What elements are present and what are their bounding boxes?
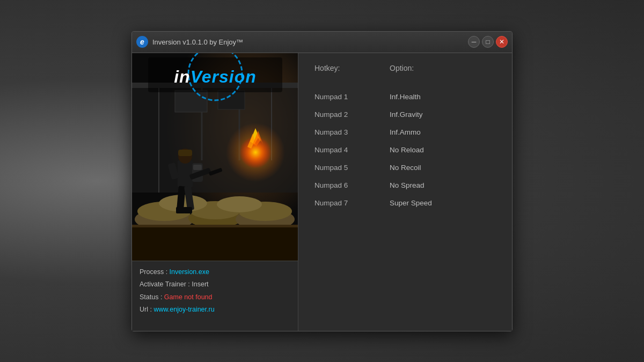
hotkey-row: Numpad 2Inf.Gravity: [314, 110, 496, 119]
svg-rect-18: [132, 225, 298, 227]
hotkey-key: Numpad 4: [314, 146, 390, 154]
hotkey-option: Inf.Health: [390, 93, 421, 101]
col-hotkey-header: Hotkey:: [314, 64, 390, 72]
hotkeys-header: Hotkey: Option:: [314, 64, 496, 77]
window-controls: ─ □ ✕: [468, 36, 508, 48]
hotkeys-list: Numpad 1Inf.HealthNumpad 2Inf.GravityNum…: [314, 93, 496, 207]
close-button[interactable]: ✕: [496, 36, 508, 48]
hotkey-key: Numpad 3: [314, 128, 390, 136]
window-content: inVersion Process : Inversion.exe Activa…: [132, 53, 512, 331]
hotkey-row: Numpad 4No Reload: [314, 146, 496, 154]
titlebar: e Inversion v1.0.1.0 by Enjoy™ ─ □ ✕: [132, 32, 512, 53]
hotkey-key: Numpad 2: [314, 110, 390, 119]
hotkey-option: No Recoil: [390, 164, 421, 172]
svg-rect-34: [176, 207, 185, 213]
game-image-inner: inVersion: [132, 53, 298, 261]
hotkey-key: Numpad 7: [314, 199, 390, 207]
activate-value: Insert: [192, 280, 208, 288]
hotkey-row: Numpad 7Super Speed: [314, 199, 496, 207]
hotkey-option: Inf.Gravity: [390, 110, 423, 119]
right-panel: Hotkey: Option: Numpad 1Inf.HealthNumpad…: [298, 53, 512, 331]
hotkey-option: Inf.Ammo: [390, 128, 421, 136]
minimize-button[interactable]: ─: [468, 36, 480, 48]
status-row: Status : Game not found: [140, 293, 290, 302]
hotkey-row: Numpad 1Inf.Health: [314, 93, 496, 101]
hotkey-option: No Reload: [390, 146, 424, 154]
process-row: Process : Inversion.exe: [140, 268, 290, 277]
maximize-button[interactable]: □: [482, 36, 494, 48]
process-value: Inversion.exe: [170, 268, 209, 276]
status-value: Game not found: [164, 293, 213, 301]
hotkey-key: Numpad 5: [314, 164, 390, 172]
hotkey-key: Numpad 6: [314, 181, 390, 189]
hotkey-row: Numpad 3Inf.Ammo: [314, 128, 496, 136]
scene-svg: inVersion: [132, 53, 298, 261]
hotkey-option: No Spread: [390, 181, 425, 189]
svg-rect-24: [178, 160, 193, 187]
game-image: inVersion: [132, 53, 298, 261]
hotkey-option: Super Speed: [390, 199, 432, 207]
svg-rect-26: [178, 150, 192, 156]
svg-rect-35: [184, 207, 192, 213]
svg-text:inVersion: inVersion: [174, 67, 257, 86]
url-label: Url :: [140, 306, 153, 313]
col-option-header: Option:: [390, 64, 414, 72]
hotkey-row: Numpad 6No Spread: [314, 181, 496, 189]
process-label: Process :: [140, 268, 170, 276]
svg-rect-17: [132, 225, 298, 261]
status-label: Status :: [140, 293, 164, 301]
window-title: Inversion v1.0.1.0 by Enjoy™: [152, 38, 464, 46]
activate-row: Activate Trainer : Insert: [140, 280, 290, 290]
svg-rect-6: [175, 91, 207, 112]
url-row: Url : www.enjoy-trainer.ru: [140, 305, 290, 315]
svg-rect-28: [193, 165, 202, 170]
desktop: e Inversion v1.0.1.0 by Enjoy™ ─ □ ✕: [0, 0, 644, 362]
app-icon: e: [136, 36, 148, 48]
info-panel: Process : Inversion.exe Activate Trainer…: [132, 261, 298, 331]
left-panel: inVersion Process : Inversion.exe Activa…: [132, 53, 298, 331]
hotkey-row: Numpad 5No Recoil: [314, 164, 496, 172]
svg-point-16: [217, 196, 262, 212]
url-value: www.enjoy-trainer.ru: [153, 306, 214, 313]
activate-label: Activate Trainer :: [140, 280, 192, 288]
main-window: e Inversion v1.0.1.0 by Enjoy™ ─ □ ✕: [131, 31, 513, 331]
hotkey-key: Numpad 1: [314, 93, 390, 101]
